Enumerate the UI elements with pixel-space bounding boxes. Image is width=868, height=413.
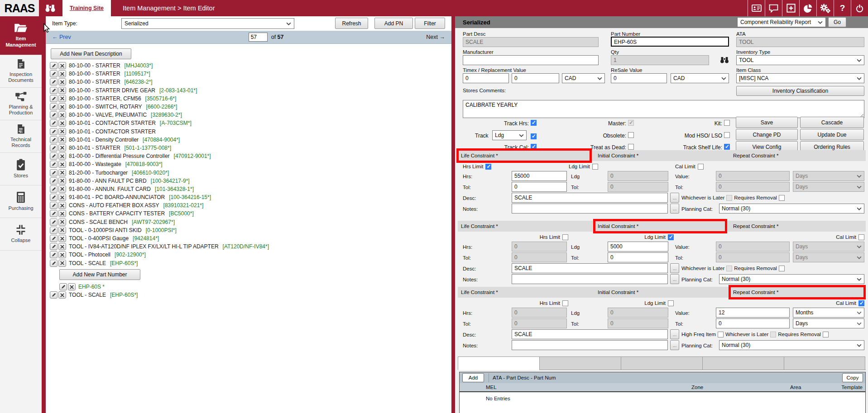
item-label[interactable]: 91-80-01 - PC BOARD-ANNUNCIATOR	[69, 194, 165, 200]
item-label[interactable]: 81-00-00 - Differential Pressure Control…	[69, 153, 170, 159]
sidebar-item-planning-production[interactable]: Planning & Production	[0, 88, 42, 120]
delete-icon[interactable]	[58, 136, 66, 143]
tab-initial-constraint[interactable]: Initial Constraint *	[593, 287, 727, 298]
power-icon[interactable]	[851, 0, 868, 16]
qty-search-binoculars-icon[interactable]	[719, 56, 729, 65]
edit-icon[interactable]	[50, 152, 58, 160]
item-label[interactable]: 80-10-00 - STARTER, CFM56	[69, 95, 141, 102]
detail-tab[interactable]	[702, 356, 784, 370]
cal-tol-unit-select[interactable]: Days	[793, 318, 864, 328]
delete-icon[interactable]	[58, 260, 66, 267]
track-shelf-life-checkbox[interactable]	[724, 144, 730, 150]
planning-cat-select[interactable]: Normal (30)	[719, 274, 864, 284]
item-part-number[interactable]: [2-083-143-01*]	[159, 87, 197, 94]
edit-icon[interactable]	[50, 227, 58, 234]
edit-icon[interactable]	[50, 87, 58, 94]
edit-icon[interactable]	[50, 70, 58, 77]
edit-icon[interactable]	[50, 103, 58, 110]
ldg-limit-checkbox[interactable]	[592, 164, 598, 170]
edit-icon[interactable]	[50, 111, 58, 119]
cal-limit-checkbox[interactable]	[858, 234, 864, 240]
delete-icon[interactable]	[58, 103, 66, 110]
kit-checkbox[interactable]	[724, 120, 730, 126]
cal-tol-input[interactable]: 0	[716, 318, 790, 328]
item-part-number[interactable]: [6600-2266*]	[146, 104, 177, 110]
delete-icon[interactable]	[58, 95, 66, 102]
item-part-number[interactable]: [AWT97-202967*]	[132, 219, 175, 225]
tab-life-constraint[interactable]: Life Constraint *	[456, 150, 592, 161]
delete-icon[interactable]	[58, 185, 66, 193]
id-card-icon[interactable]	[748, 0, 765, 16]
timex-currency-select[interactable]: CAD	[562, 73, 605, 83]
cal-value-unit-select[interactable]: Months	[793, 308, 864, 318]
timex-value-2-field[interactable]: 0	[512, 73, 559, 83]
edit-icon[interactable]	[50, 144, 58, 152]
desc-input[interactable]: SCALE	[512, 193, 668, 203]
item-part-number[interactable]: [101-364328-1*]	[155, 186, 194, 192]
detail-tab[interactable]	[539, 356, 621, 370]
hrs-input[interactable]: 55000	[512, 171, 567, 181]
tab-life-constraint[interactable]: Life Constraint *	[456, 221, 592, 232]
cal-limit-checkbox[interactable]	[858, 300, 864, 306]
tab-initial-constraint[interactable]: Initial Constraint *	[593, 150, 727, 161]
resale-value-field[interactable]: 0	[611, 73, 667, 83]
tab-repeat-constraint[interactable]: Repeat Constraint *	[729, 287, 863, 298]
item-label[interactable]: 80-10-01 - CONTACTOR STARTER	[69, 120, 156, 126]
inventory-classification-button[interactable]: Inventory Classification	[736, 86, 864, 96]
item-part-number[interactable]: [A-703CSM*]	[160, 120, 192, 126]
edit-icon[interactable]	[50, 62, 58, 69]
right-panel-divider[interactable]	[451, 16, 455, 413]
item-label[interactable]: TOOL - SCALE	[69, 292, 106, 298]
item-label[interactable]: CONS - BATTERY CAPACITY TESTER	[69, 210, 165, 217]
selected-part-number[interactable]: EHP-60S *	[78, 284, 105, 290]
tab-training-site[interactable]: Training Site	[62, 0, 111, 16]
item-part-number[interactable]: [3289630-2*]	[151, 112, 182, 118]
treat-as-dead-checkbox[interactable]	[628, 144, 634, 150]
track-hrs-checkbox[interactable]	[531, 120, 537, 126]
delete-icon[interactable]	[58, 227, 66, 234]
filter-button[interactable]: Filter	[415, 18, 445, 29]
hrs-limit-checkbox[interactable]	[562, 234, 568, 240]
delete-icon[interactable]	[58, 235, 66, 242]
desc-input[interactable]: SCALE	[512, 329, 668, 339]
sidebar-item-item-management[interactable]: Item Management	[0, 16, 42, 55]
item-label[interactable]: 80-10-01 - STARTER	[69, 145, 120, 151]
cal-value-input[interactable]: 12	[716, 308, 790, 318]
tab-life-constraint[interactable]: Life Constraint *	[456, 287, 592, 298]
item-part-number[interactable]: [100-364216-15*]	[169, 194, 211, 200]
edit-icon[interactable]	[50, 194, 58, 201]
edit-icon[interactable]	[50, 177, 58, 185]
edit-icon[interactable]	[50, 78, 58, 85]
item-part-number[interactable]: [0-1000PSI*]	[146, 227, 177, 233]
item-label[interactable]: TOOL - 0-1000PSI ANTI SKID	[69, 227, 142, 233]
report-select[interactable]: Component Reliability Report	[737, 17, 826, 27]
delete-icon[interactable]	[58, 194, 66, 201]
requires-removal-checkbox[interactable]	[823, 332, 829, 337]
manufacturer-field[interactable]	[463, 55, 599, 65]
item-part-number[interactable]: [100-364217-9*]	[151, 178, 190, 184]
cal-limit-checkbox[interactable]	[698, 164, 704, 170]
add-pn-button[interactable]: Add PN	[374, 18, 413, 29]
notes-input[interactable]	[512, 274, 668, 284]
edit-icon[interactable]	[50, 218, 58, 226]
edit-icon[interactable]	[50, 291, 58, 299]
item-label[interactable]: CONS - SCALE BENCH	[69, 219, 128, 225]
delete-icon[interactable]	[58, 210, 66, 217]
hrs-limit-checkbox[interactable]	[485, 164, 491, 170]
ldg-limit-checkbox[interactable]	[668, 234, 674, 240]
edit-icon[interactable]	[50, 202, 58, 209]
delete-icon[interactable]	[58, 169, 66, 176]
item-part-number[interactable]: [902-12900*]	[115, 252, 146, 258]
delete-icon[interactable]	[58, 161, 66, 168]
item-label[interactable]: 80-10-01 - CONTACTOR STARTER	[69, 128, 156, 135]
ldg-tol-input[interactable]: 0	[608, 252, 668, 262]
edit-icon[interactable]	[50, 119, 58, 127]
tab-initial-constraint[interactable]: Initial Constraint *	[593, 221, 727, 232]
obsolete-checkbox[interactable]	[628, 132, 634, 138]
delete-icon[interactable]	[58, 202, 66, 209]
item-part-number[interactable]: [646238-2*]	[125, 79, 153, 85]
edit-icon[interactable]	[50, 251, 58, 258]
hrs-limit-checkbox[interactable]	[562, 300, 568, 306]
delete-icon[interactable]	[58, 177, 66, 185]
detail-tab[interactable]	[458, 356, 539, 370]
